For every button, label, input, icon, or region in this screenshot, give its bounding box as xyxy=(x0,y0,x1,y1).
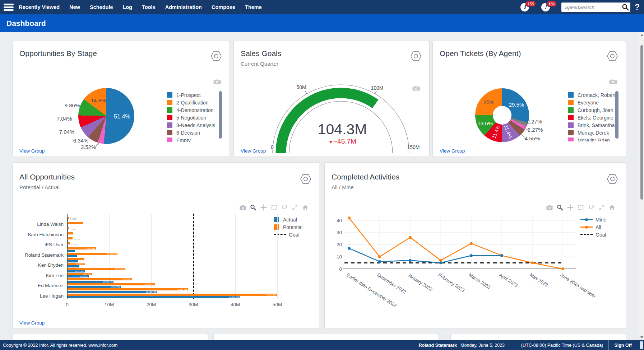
camera-icon[interactable] xyxy=(240,204,246,211)
svg-text:0: 0 xyxy=(339,266,342,272)
actual-value: 21,196,783 xyxy=(146,291,157,293)
slice-label-6-decision: 6.34% xyxy=(73,137,89,144)
zoom-icon[interactable] xyxy=(250,204,256,211)
widget-settings-icon[interactable] xyxy=(211,51,222,62)
potential-bar xyxy=(68,232,73,234)
nav-item-schedule[interactable]: Schedule xyxy=(90,4,113,10)
gauge-label-100m: 100M xyxy=(371,85,383,91)
donut-legend: Cromack, RobertEveryoneCurbough, JoanEke… xyxy=(568,91,620,141)
autoscale-icon[interactable] xyxy=(292,204,298,211)
search-icon[interactable] xyxy=(622,4,629,11)
bar-row-label: Ken Dryden xyxy=(13,262,64,268)
nav-item-theme[interactable]: Theme xyxy=(245,4,262,10)
actual-bar xyxy=(68,296,240,298)
scrollbar-thumb[interactable] xyxy=(640,45,643,200)
nav-item-log[interactable]: Log xyxy=(122,4,132,10)
actual-bar xyxy=(68,229,68,232)
slice-label-empty: 3.52% xyxy=(81,144,96,150)
page-scrollbar[interactable] xyxy=(639,32,644,340)
legend-item-brink-samantha[interactable]: Brink, Samantha xyxy=(568,121,620,129)
camera-icon[interactable] xyxy=(213,79,221,87)
potential-bar xyxy=(68,242,70,244)
slice-label-everyone: 25% xyxy=(483,99,494,105)
legend-swatch xyxy=(568,92,574,98)
slice-label-cromack-robert: 29.5% xyxy=(509,101,524,107)
legend-item-potential[interactable]: Potential xyxy=(274,223,317,231)
nav-item-tools[interactable]: Tools xyxy=(142,4,156,10)
legend-label: 3-Needs Analysis xyxy=(176,122,215,128)
legend-item-goal[interactable]: Goal xyxy=(274,231,317,238)
notifications-alert-button[interactable]: ! 186 xyxy=(541,2,557,13)
gauge-label-50m: 50M xyxy=(296,84,306,90)
nav-item-recently-viewed[interactable]: Recently Viewed xyxy=(19,4,60,10)
scroll-down-arrow-icon[interactable] xyxy=(640,336,643,339)
line-chart: 010203040Earlier than December 2022Decem… xyxy=(325,163,626,329)
box-select-icon[interactable] xyxy=(271,204,277,211)
search-input[interactable] xyxy=(565,3,622,11)
potential-value: 28,651,168 xyxy=(177,289,188,291)
slice-label-1-prospect: 51.4% xyxy=(114,113,130,120)
hamburger-menu-icon[interactable] xyxy=(4,4,14,11)
camera-icon[interactable] xyxy=(609,79,617,87)
legend-item-ekels-georgine[interactable]: Ekels, Georgine xyxy=(568,114,620,121)
lasso-select-icon[interactable] xyxy=(281,204,288,211)
view-group-link[interactable]: View Group xyxy=(19,148,45,154)
legend-label: Actual xyxy=(283,217,297,223)
legend-label: Cromack, Robert xyxy=(578,92,616,98)
view-group-link[interactable]: View Group xyxy=(19,320,45,326)
bar-note-value: 84,532 xyxy=(70,218,77,220)
bar-row-label: Barb Hutchinson xyxy=(13,232,64,237)
x-gridline xyxy=(277,214,278,299)
nav-item-administration[interactable]: Administration xyxy=(165,4,202,10)
gauge-label-0: 0 xyxy=(271,144,274,150)
notifications-info-button[interactable]: i 155 xyxy=(520,2,536,13)
potential-bar xyxy=(68,227,69,229)
legend-item-actual[interactable]: Actual xyxy=(274,216,317,223)
footer-date: Monday, June 5, 2023 xyxy=(460,343,505,348)
potential-bar xyxy=(68,237,73,239)
legend-label: McNulty, Brian xyxy=(578,137,610,142)
widget-all-opportunities: All Opportunities Potential / Actual Act… xyxy=(12,162,319,329)
widget-settings-icon[interactable] xyxy=(607,51,618,62)
slice-label-murray-derek: 4.55% xyxy=(525,135,540,141)
potential-bar xyxy=(68,217,69,219)
widget-completed-activities: Completed Activities All / Mine MineAllG… xyxy=(324,162,626,329)
potential-bar xyxy=(68,222,83,224)
legend-label: Everyone xyxy=(578,100,599,106)
widget-title: Opportunities By Stage xyxy=(19,49,97,58)
scroll-up-arrow-icon[interactable] xyxy=(640,34,643,36)
potential-value: 5,842,737 xyxy=(83,273,92,275)
widget-settings-icon[interactable] xyxy=(300,174,311,185)
legend-item-everyone[interactable]: Everyone xyxy=(568,99,620,106)
x-tick-label: 40M xyxy=(231,302,240,307)
nav-right: i 155 ! 186 ? xyxy=(520,0,641,14)
legend-swatch xyxy=(167,92,172,98)
legend-item-murray-derek[interactable]: Murray, Derek xyxy=(568,129,620,136)
svg-text:December 2022: December 2022 xyxy=(376,272,407,295)
actual-value: 4,135,995 xyxy=(75,270,85,272)
pan-icon[interactable] xyxy=(260,204,267,211)
goal-line xyxy=(193,214,194,299)
view-group-link[interactable]: View Group xyxy=(440,148,465,154)
legend-item-cromack-robert[interactable]: Cromack, Robert xyxy=(568,91,620,99)
potential-bar xyxy=(68,288,188,290)
legend-swatch xyxy=(274,224,279,230)
x-tick-label: 0 xyxy=(66,302,69,307)
sign-off-button[interactable]: Sign Off xyxy=(608,340,638,350)
view-group-link[interactable]: View Group xyxy=(241,148,266,154)
legend-scrollbar[interactable] xyxy=(615,91,618,139)
page-title: Dashboard xyxy=(6,19,46,28)
legend-item-mcnulty-brian[interactable]: McNulty, Brian xyxy=(568,136,620,141)
legend-scrollbar[interactable] xyxy=(219,91,222,139)
nav-item-new[interactable]: New xyxy=(69,4,80,10)
potential-value: 20,893,327 xyxy=(145,283,156,285)
alert-badge: 186 xyxy=(546,1,557,7)
reset-axes-icon[interactable] xyxy=(302,204,309,211)
widget-title: All Opportunities xyxy=(19,173,75,181)
legend-label: Potential xyxy=(283,224,302,230)
legend-item-curbough-joan[interactable]: Curbough, Joan xyxy=(568,106,620,114)
legend-swatch xyxy=(167,122,172,128)
help-button[interactable]: ? xyxy=(635,3,641,12)
nav-item-compose[interactable]: Compose xyxy=(212,4,235,10)
x-tick-label: 50M xyxy=(273,302,282,307)
